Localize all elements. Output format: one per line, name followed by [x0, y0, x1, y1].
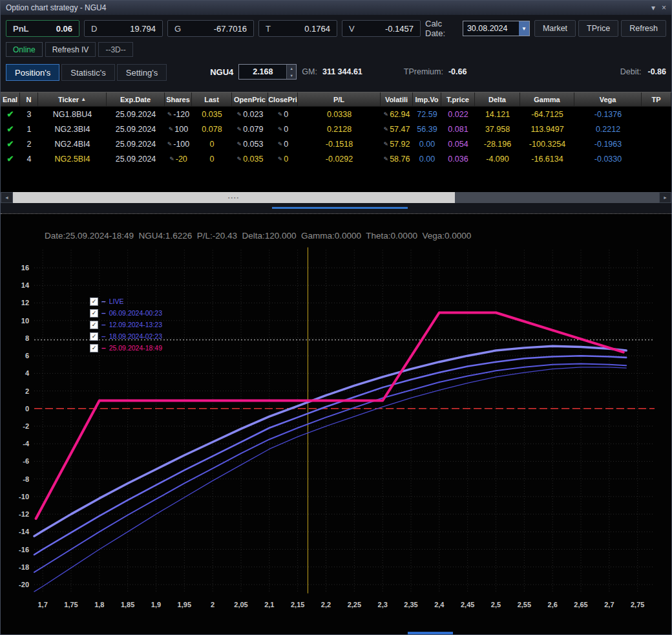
tab-position-s[interactable]: Position's	[6, 64, 59, 81]
strategy-chart[interactable]: 1614121086420-2-4-6-8-10-12-14-16-18-201…	[1, 214, 671, 634]
column-header-exp-date[interactable]: Exp.Date	[107, 92, 165, 106]
collapse-icon[interactable]: ▾	[651, 4, 655, 12]
column-label: Volatili	[385, 96, 408, 103]
enable-checkmark-icon[interactable]: ✔	[1, 124, 20, 134]
cell-volatility[interactable]: ✎62.94	[381, 110, 413, 119]
cell-exp-date: 25.09.2024	[107, 155, 165, 164]
scrollbar-thumb[interactable]: ••••	[13, 192, 455, 203]
svg-text:16: 16	[21, 264, 29, 272]
pnl-value: 0.06	[56, 24, 72, 34]
column-header-vega[interactable]: Vega	[574, 92, 642, 106]
column-header-t-price[interactable]: T.price	[441, 92, 475, 106]
scrollbar-track[interactable]	[455, 192, 659, 203]
chart-legend: ✓–LIVE✓–06.09.2024-00:23✓–12.09.2024-13:…	[90, 296, 162, 354]
cell-gamma: 113.9497	[520, 125, 574, 134]
column-header-delta[interactable]: Delta	[475, 92, 520, 106]
pencil-icon: ✎	[278, 141, 283, 147]
column-header-gamma[interactable]: Gamma	[520, 92, 574, 106]
svg-text:2,4: 2,4	[434, 601, 445, 608]
cell-volatility[interactable]: ✎57.47	[381, 125, 413, 134]
svg-text:4: 4	[25, 369, 30, 377]
cell-close-price[interactable]: ✎0	[268, 125, 298, 134]
pencil-icon: ✎	[167, 141, 173, 147]
cell-shares[interactable]: ✎100	[165, 125, 192, 134]
tprice-button[interactable]: TPrice	[578, 20, 618, 37]
sort-ascending-icon: ▲	[81, 96, 86, 102]
cell-shares[interactable]: ✎-120	[165, 110, 192, 119]
strategy-chart-panel: 1614121086420-2-4-6-8-10-12-14-16-18-201…	[1, 213, 671, 634]
column-header-volatili[interactable]: Volatili	[381, 92, 413, 106]
horizontal-scrollbar[interactable]: ◄ •••• ►	[1, 192, 671, 203]
cell-open-price[interactable]: ✎0.023	[232, 110, 268, 119]
legend-label: LIVE	[109, 297, 124, 305]
legend-checkbox[interactable]: ✓	[90, 309, 98, 318]
table-empty-area	[1, 166, 671, 192]
refresh-button[interactable]: Refresh	[621, 20, 666, 37]
cell-open-price[interactable]: ✎0.035	[232, 155, 268, 164]
price-stepper[interactable]: 2.168 ▲ ▼	[238, 64, 297, 80]
column-header-enal[interactable]: Enal	[1, 92, 20, 106]
cell-volatility[interactable]: ✎57.92	[381, 140, 413, 149]
online-button[interactable]: Online	[6, 42, 43, 57]
stepper-down-icon[interactable]: ▼	[287, 72, 296, 79]
stepper-up-icon[interactable]: ▲	[287, 65, 296, 72]
bottom-resize-indicator[interactable]	[408, 632, 453, 634]
svg-text:10: 10	[21, 317, 29, 325]
enable-checkmark-icon[interactable]: ✔	[1, 154, 20, 164]
cell-shares[interactable]: ✎-100	[165, 140, 192, 149]
table-row[interactable]: ✔1NG2.3BI425.09.2024✎1000.078✎0.079✎00.2…	[1, 122, 671, 136]
column-header-p-l[interactable]: P/L	[298, 92, 381, 106]
cell-close-price[interactable]: ✎0	[268, 155, 298, 164]
legend-checkbox[interactable]: ✓	[90, 321, 98, 329]
cell-shares[interactable]: ✎-20	[165, 155, 192, 164]
table-row[interactable]: ✔4NG2.5BI425.09.2024✎-200✎0.035✎0-0.0292…	[1, 151, 671, 166]
cell-volatility[interactable]: ✎58.76	[381, 155, 413, 164]
cell-open-price[interactable]: ✎0.079	[232, 125, 268, 134]
cell-close-price[interactable]: ✎0	[268, 110, 298, 119]
3d-button[interactable]: --3D--	[98, 42, 132, 57]
calc-date-dropdown[interactable]: 30.08.2024 ▼	[463, 21, 530, 36]
scroll-left-icon[interactable]: ◄	[1, 192, 13, 203]
column-header-openpric[interactable]: OpenPric	[232, 92, 268, 106]
pencil-icon: ✎	[278, 111, 283, 118]
enable-checkmark-icon[interactable]: ✔	[1, 109, 20, 119]
enable-checkmark-icon[interactable]: ✔	[1, 139, 20, 149]
svg-text:1,95: 1,95	[178, 601, 191, 608]
column-header-imp-vo[interactable]: Imp.Vo	[413, 92, 441, 106]
splitter[interactable]	[1, 203, 671, 213]
column-header-tp[interactable]: TP	[642, 92, 671, 106]
column-header-n[interactable]: N	[20, 92, 38, 106]
column-header-ticker[interactable]: Ticker▲	[38, 92, 107, 106]
svg-text:2,45: 2,45	[461, 601, 474, 608]
tab-setting-s[interactable]: Setting's	[117, 64, 167, 81]
table-row[interactable]: ✔2NG2.4BI425.09.2024✎-1000✎0.053✎0-0.151…	[1, 136, 671, 151]
legend-checkbox[interactable]: ✓	[90, 297, 98, 306]
refresh-iv-button[interactable]: Refresh IV	[45, 42, 96, 57]
legend-checkbox[interactable]: ✓	[90, 344, 98, 352]
scroll-right-icon[interactable]: ►	[659, 192, 671, 203]
table-row[interactable]: ✔3NG1.8BU425.09.2024✎-1200.035✎0.023✎00.…	[1, 107, 671, 122]
svg-text:1,8: 1,8	[94, 601, 104, 608]
cell-open-price[interactable]: ✎0.053	[232, 140, 268, 149]
column-label: Vega	[600, 96, 616, 103]
market-button[interactable]: Market	[534, 20, 576, 37]
column-header-closepri[interactable]: ClosePri	[268, 92, 298, 106]
splitter-handle-icon[interactable]	[272, 207, 408, 209]
tab-statistic-s[interactable]: Statistic's	[61, 64, 115, 81]
legend-dash-icon: –	[101, 320, 106, 329]
column-label: Imp.Vo	[415, 96, 439, 103]
cell-exp-date: 25.09.2024	[107, 140, 165, 149]
svg-text:14: 14	[21, 281, 30, 289]
chevron-down-icon[interactable]: ▼	[519, 21, 529, 36]
svg-text:2,25: 2,25	[348, 601, 361, 608]
cell-close-price[interactable]: ✎0	[268, 140, 298, 149]
svg-text:-6: -6	[23, 457, 29, 465]
column-header-last[interactable]: Last	[192, 92, 232, 106]
cell-n: 1	[20, 125, 38, 134]
column-header-shares[interactable]: Shares	[165, 92, 192, 106]
pnl-box: PnL 0.06	[6, 20, 79, 37]
svg-text:-16: -16	[19, 546, 29, 554]
price-value[interactable]: 2.168	[239, 65, 286, 79]
close-icon[interactable]: ×	[662, 4, 666, 12]
legend-checkbox[interactable]: ✓	[90, 332, 98, 341]
